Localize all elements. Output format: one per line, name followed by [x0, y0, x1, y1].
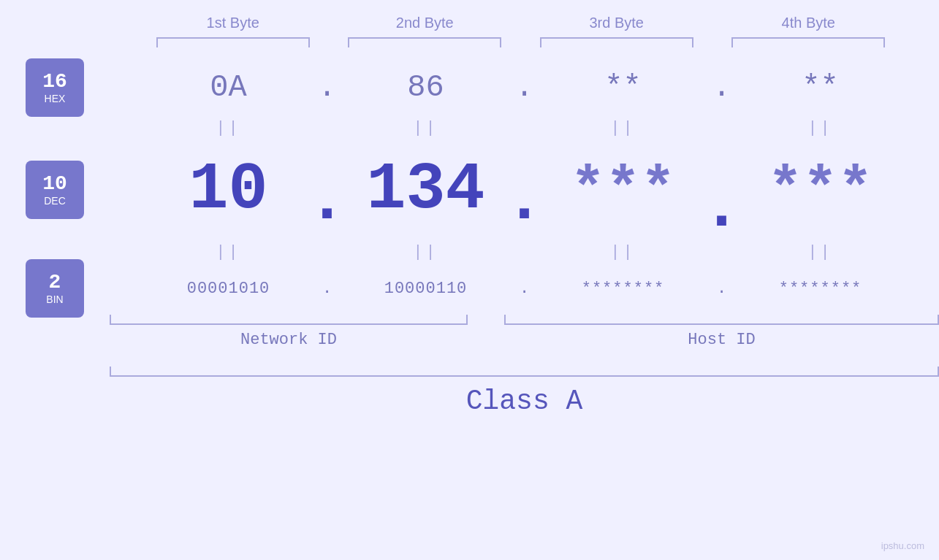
byte1-label: 1st Byte — [153, 15, 313, 31]
bin-byte2-cell: 10000110 — [346, 280, 506, 298]
hex-byte3: ** — [604, 70, 641, 105]
top-bracket-row — [137, 37, 905, 47]
host-id-label: Host ID — [504, 331, 939, 349]
dec-badge-wrapper: 10 DEC — [26, 142, 84, 237]
dec-byte2-cell: 134 — [346, 153, 506, 227]
byte4-label: 4th Byte — [728, 15, 889, 31]
bin-byte4-cell: ******** — [740, 280, 901, 298]
hex-byte4-cell: ** — [740, 70, 901, 105]
dec-dot2: . — [506, 142, 543, 238]
bracket-separator — [468, 315, 504, 325]
dec-byte3: *** — [570, 157, 675, 223]
hex-byte1: 0A — [210, 70, 246, 105]
equals-row-2: || || || || — [110, 237, 939, 266]
eq1-byte3: || — [543, 119, 704, 137]
rows-wrapper: 16 HEX 10 DEC 2 BIN — [0, 62, 939, 417]
hex-byte2-cell: 86 — [346, 70, 506, 105]
network-id-label: Network ID — [110, 331, 468, 349]
hex-byte3-cell: ** — [543, 70, 704, 105]
hex-byte1-cell: 0A — [148, 70, 309, 105]
hex-badge-label: HEX — [45, 93, 66, 104]
bin-dot3: . — [704, 280, 740, 298]
host-bracket — [504, 315, 939, 325]
bracket-byte2 — [348, 37, 501, 47]
hex-byte2: 86 — [407, 70, 444, 105]
eq2-byte2: || — [346, 243, 506, 261]
eq2-byte3: || — [543, 243, 704, 261]
bin-badge: 2 BIN — [26, 259, 84, 318]
byte3-label: 3rd Byte — [536, 15, 697, 31]
bin-byte1-cell: 00001010 — [148, 280, 309, 298]
bottom-bracket-row — [110, 315, 939, 325]
bin-dot2: . — [506, 280, 543, 298]
dec-byte1: 10 — [189, 153, 267, 227]
label-separator — [468, 331, 504, 349]
bin-badge-number: 2 — [49, 272, 61, 294]
bin-badge-wrapper: 2 BIN — [26, 266, 84, 310]
eq1-byte1: || — [148, 119, 309, 137]
hex-badge-number: 16 — [42, 71, 67, 93]
bracket-byte4 — [731, 37, 885, 47]
bin-dot1: . — [309, 280, 346, 298]
header-row: 1st Byte 2nd Byte 3rd Byte 4th Byte — [137, 15, 905, 31]
badges-column: 16 HEX 10 DEC 2 BIN — [0, 62, 110, 417]
bracket-byte3 — [540, 37, 693, 47]
dec-badge-label: DEC — [44, 195, 66, 207]
hex-row: 0A . 86 . ** . ** — [110, 62, 939, 113]
main-container: 1st Byte 2nd Byte 3rd Byte 4th Byte 16 H… — [0, 0, 939, 560]
eq2-byte1: || — [148, 243, 309, 261]
bin-byte2: 10000110 — [384, 280, 468, 298]
dec-dot1: . — [309, 142, 346, 238]
dec-dot3: . — [704, 134, 740, 245]
hex-dot2: . — [506, 70, 543, 105]
eq1-byte2: || — [346, 119, 506, 137]
bracket-byte1 — [156, 37, 310, 47]
dec-badge-number: 10 — [42, 173, 67, 196]
hex-byte4: ** — [802, 70, 838, 105]
class-label: Class A — [110, 386, 939, 417]
bin-badge-label: BIN — [46, 294, 63, 305]
bin-byte1: 00001010 — [187, 280, 270, 298]
hex-dot3: . — [704, 70, 740, 105]
hex-dot1: . — [309, 70, 346, 105]
bin-row: 00001010 . 10000110 . ******** . — [110, 266, 939, 310]
ip-display-area: 0A . 86 . ** . ** — [110, 62, 939, 417]
hex-badge: 16 HEX — [26, 58, 84, 117]
network-bracket — [110, 315, 468, 325]
dec-byte4: *** — [767, 157, 873, 223]
bin-byte4: ******** — [779, 280, 862, 298]
bin-byte3-cell: ******** — [543, 280, 704, 298]
class-bracket — [110, 367, 939, 377]
bin-byte3: ******** — [582, 280, 665, 298]
dec-byte3-cell: *** — [543, 157, 704, 223]
dec-byte1-cell: 10 — [148, 153, 309, 227]
eq2-byte4: || — [740, 243, 901, 261]
dec-byte2: 134 — [366, 153, 484, 227]
byte2-label: 2nd Byte — [344, 15, 505, 31]
dec-row: 10 . 134 . *** . *** — [110, 142, 939, 237]
equals-row-1: || || || || — [110, 113, 939, 142]
bottom-labels-row: Network ID Host ID — [110, 331, 939, 349]
dec-byte4-cell: *** — [740, 157, 901, 223]
dec-badge: 10 DEC — [26, 161, 84, 219]
watermark: ipshu.com — [881, 540, 924, 551]
hex-badge-wrapper: 16 HEX — [26, 62, 84, 113]
eq1-byte4: || — [740, 119, 901, 137]
